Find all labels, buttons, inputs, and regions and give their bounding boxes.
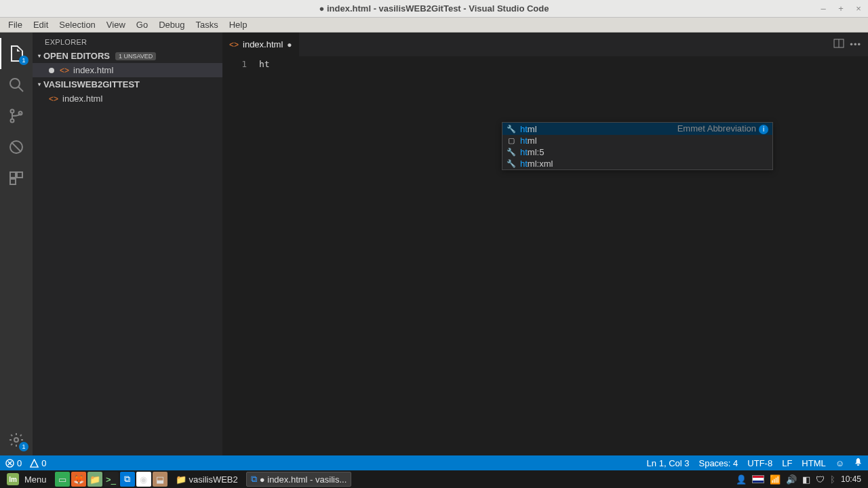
status-language[interactable]: HTML xyxy=(802,458,825,468)
file-item[interactable]: <> index.html xyxy=(33,92,222,106)
user-icon[interactable]: 👤 xyxy=(736,474,747,485)
vscode-icon[interactable]: ⧉ xyxy=(120,472,135,487)
wrench-icon: 🔧 xyxy=(507,125,516,134)
status-warnings[interactable]: 0 xyxy=(30,458,46,468)
clock[interactable]: 10:45 xyxy=(841,474,861,484)
code-editor[interactable]: 1 ht 🔧 html Emmet Abbreviationi ▢ html 🔧… xyxy=(222,56,868,455)
chevron-down-icon: ▾ xyxy=(38,81,41,87)
svg-point-2 xyxy=(11,110,14,113)
suggest-item[interactable]: 🔧 html Emmet Abbreviationi xyxy=(502,123,772,135)
extensions-icon xyxy=(8,170,24,186)
info-icon[interactable]: i xyxy=(759,125,768,134)
svg-line-6 xyxy=(12,142,21,152)
svg-rect-8 xyxy=(17,172,22,178)
more-actions-button[interactable]: ••• xyxy=(850,39,861,49)
menu-selection[interactable]: Selection xyxy=(54,18,100,31)
app-icon[interactable]: ⬓ xyxy=(153,472,167,487)
close-button[interactable]: × xyxy=(853,3,864,14)
editor-tabs: <> index.html ● ••• xyxy=(222,33,868,56)
html-file-icon: <> xyxy=(229,40,239,49)
suggest-side-label: Emmet Abbreviationi xyxy=(677,123,768,134)
code-line: ht xyxy=(259,59,270,69)
tab-index-html[interactable]: <> index.html ● xyxy=(222,33,300,56)
workspace-header[interactable]: ▾ VASILISWEB2GITTEST xyxy=(33,77,222,92)
activity-explorer[interactable]: 1 xyxy=(0,38,33,69)
activity-settings[interactable]: 1 xyxy=(0,424,33,455)
explorer-badge: 1 xyxy=(19,56,28,65)
suggest-item[interactable]: ▢ html xyxy=(502,135,772,146)
menu-view[interactable]: View xyxy=(101,18,131,31)
keyboard-layout-indicator[interactable] xyxy=(752,475,764,483)
taskbar-launchers: ▭ 🦊 📁 >_ ⧉ ◉ ⬓ xyxy=(55,472,167,487)
wrench-icon: 🔧 xyxy=(507,148,516,157)
volume-icon[interactable]: 🔊 xyxy=(786,474,797,485)
tray-app-icon[interactable]: ◧ xyxy=(802,474,810,485)
svg-point-10 xyxy=(14,438,18,442)
svg-rect-7 xyxy=(10,172,16,178)
line-number: 1 xyxy=(222,59,259,69)
wifi-icon[interactable]: 📶 xyxy=(770,474,781,485)
os-titlebar: ● index.html - vasilisWEB2GitTest - Visu… xyxy=(0,0,868,18)
suggest-widget: 🔧 html Emmet Abbreviationi ▢ html 🔧 html… xyxy=(502,122,773,170)
search-icon xyxy=(8,77,24,93)
window-controls: – + × xyxy=(818,3,864,14)
status-cursor[interactable]: Ln 1, Col 3 xyxy=(647,458,690,468)
files-icon[interactable]: 📁 xyxy=(87,472,102,487)
activity-bar: 1 1 xyxy=(0,33,33,455)
start-menu-button[interactable]: lm Menu xyxy=(3,472,51,487)
maximize-button[interactable]: + xyxy=(835,3,846,14)
menu-debug[interactable]: Debug xyxy=(153,18,190,31)
sidebar-title: EXPLORER xyxy=(33,33,222,49)
minimize-button[interactable]: – xyxy=(818,3,829,14)
status-bar: 0 0 Ln 1, Col 3 Spaces: 4 UTF-8 LF HTML … xyxy=(0,455,868,470)
explorer-sidebar: EXPLORER ▾ OPEN EDITORS 1 UNSAVED <> ind… xyxy=(33,33,222,455)
taskbar-active-task[interactable]: ⧉ ● index.html - vasilis... xyxy=(246,472,352,487)
debug-icon xyxy=(8,139,24,155)
status-spaces[interactable]: Spaces: 4 xyxy=(698,458,738,468)
html-file-icon: <> xyxy=(49,94,58,104)
svg-rect-9 xyxy=(10,179,16,184)
folder-icon: 📁 xyxy=(176,474,186,485)
wrench-icon: 🔧 xyxy=(507,159,516,168)
menu-edit[interactable]: Edit xyxy=(28,18,54,31)
activity-debug[interactable] xyxy=(0,131,33,163)
activity-scm[interactable] xyxy=(0,100,33,131)
menu-go[interactable]: Go xyxy=(131,18,153,31)
taskbar-folder-task[interactable]: 📁 vasilisWEB2 xyxy=(172,472,242,487)
warning-icon xyxy=(30,459,39,468)
svg-line-1 xyxy=(18,87,23,92)
status-feedback[interactable]: ☺ xyxy=(835,458,844,468)
show-desktop-icon[interactable]: ▭ xyxy=(55,472,70,487)
status-notifications[interactable] xyxy=(854,458,863,468)
activity-search[interactable] xyxy=(0,69,33,100)
firefox-icon[interactable]: 🦊 xyxy=(71,472,86,487)
bluetooth-icon[interactable]: ᛒ xyxy=(830,474,835,485)
menubar: File Edit Selection View Go Debug Tasks … xyxy=(0,18,868,33)
suggest-item[interactable]: 🔧 html:5 xyxy=(502,146,772,158)
menu-tasks[interactable]: Tasks xyxy=(190,18,223,31)
open-editors-header[interactable]: ▾ OPEN EDITORS 1 UNSAVED xyxy=(33,49,222,63)
svg-point-3 xyxy=(11,119,14,123)
status-errors[interactable]: 0 xyxy=(5,458,22,468)
open-editor-label: index.html xyxy=(73,65,113,75)
unsaved-badge: 1 UNSAVED xyxy=(115,52,156,60)
menu-file[interactable]: File xyxy=(3,18,28,31)
bell-icon xyxy=(854,458,863,466)
status-eol[interactable]: LF xyxy=(782,458,792,468)
snippet-icon: ▢ xyxy=(507,136,516,145)
shield-icon[interactable]: 🛡 xyxy=(816,474,825,485)
open-editor-item[interactable]: <> index.html xyxy=(33,63,222,77)
menu-help[interactable]: Help xyxy=(224,18,253,31)
vscode-body: 1 1 EXPLORER ▾ OPEN EDITORS 1 UNSAVED < xyxy=(0,33,868,455)
split-editor-button[interactable] xyxy=(833,38,844,51)
dirty-indicator-icon: ● xyxy=(287,40,292,49)
terminal-icon[interactable]: >_ xyxy=(104,472,119,487)
suggest-item[interactable]: 🔧 html:xml xyxy=(502,158,772,169)
status-encoding[interactable]: UTF-8 xyxy=(747,458,772,468)
activity-extensions[interactable] xyxy=(0,163,33,194)
editor-actions: ••• xyxy=(833,33,868,56)
dirty-indicator-icon xyxy=(49,68,54,73)
settings-badge: 1 xyxy=(19,442,28,451)
editor-area: <> index.html ● ••• 1 ht 🔧 html xyxy=(222,33,868,455)
chrome-icon[interactable]: ◉ xyxy=(136,472,151,487)
